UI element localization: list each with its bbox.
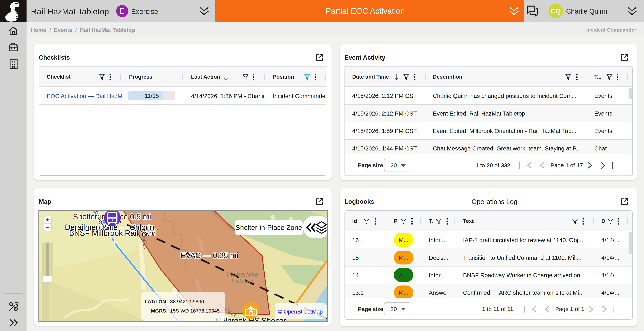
svg-text:© OpenStreetMap: © OpenStreetMap [278,308,323,315]
svg-text:BNSF Millbrook Rail Yard: BNSF Millbrook Rail Yard [69,229,156,238]
svg-text:38.942/-92.806: 38.942/-92.806 [170,299,204,304]
svg-text:MGRS:: MGRS: [151,308,168,314]
svg-text:Timberlake: Timberlake [226,270,258,278]
svg-text:Estates: Estates [231,277,254,285]
svg-text:EVAC — 0.25 mi: EVAC — 0.25 mi [180,251,238,260]
svg-text:Shelter-in-Place Zone: Shelter-in-Place Zone [236,224,302,232]
svg-text:LAT/LON:: LAT/LON: [144,299,168,304]
svg-text:15S WD 16778 10345: 15S WD 16778 10345 [170,308,220,314]
